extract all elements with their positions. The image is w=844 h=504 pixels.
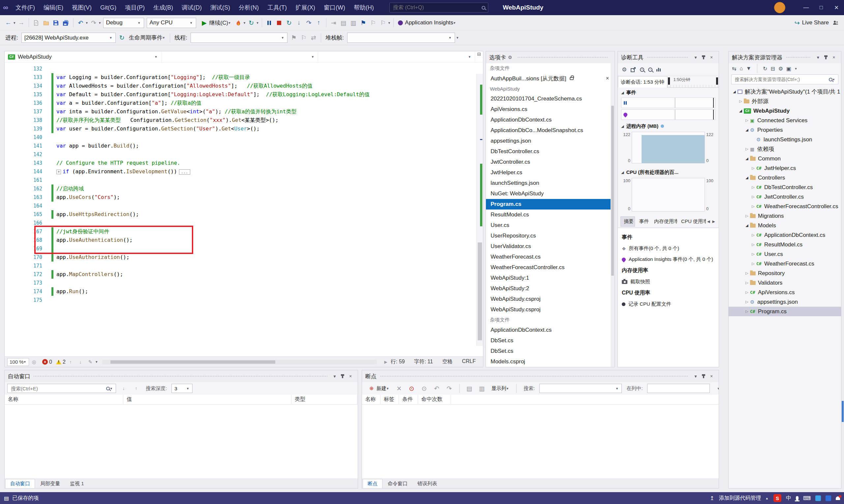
tree-expander-icon[interactable]: ▷: [744, 214, 750, 218]
menu-item-2[interactable]: 视图(V): [68, 0, 96, 15]
close-icon[interactable]: ×: [605, 75, 610, 82]
tree-expander-icon[interactable]: ◢: [744, 176, 750, 180]
pin-icon[interactable]: [825, 56, 827, 59]
document-tab-item[interactable]: User.cs: [486, 220, 615, 231]
continue-button[interactable]: ▶ 继续(C)▾: [197, 17, 234, 28]
diagnostics-tab-2[interactable]: 内存使用率: [651, 217, 677, 226]
solution-search-input[interactable]: [734, 76, 829, 82]
tree-expander-icon[interactable]: ▷: [750, 185, 756, 190]
code-cleanup-icon[interactable]: ✎: [86, 356, 95, 367]
maximize-button[interactable]: □: [814, 0, 829, 15]
restart-debug-icon[interactable]: ↻: [285, 17, 294, 28]
code-line-140[interactable]: 140: [5, 133, 483, 142]
chevron-up-icon[interactable]: ▴: [766, 496, 768, 500]
tabs-scrollbar[interactable]: [610, 63, 615, 367]
uncomment-icon[interactable]: ▥: [349, 17, 358, 28]
column-header-2[interactable]: 条件: [399, 395, 418, 404]
menu-item-12[interactable]: 帮助(H): [349, 0, 378, 15]
code-line-170[interactable]: 170app.UseAuthorization();: [5, 253, 483, 262]
document-tab-item[interactable]: WeatherForecast.cs: [486, 252, 615, 262]
tree-item[interactable]: ▷▣Connected Services: [729, 115, 841, 125]
toolbar-overflow-icon[interactable]: ▾: [457, 36, 459, 40]
flag-outline-icon[interactable]: ⚐: [299, 32, 308, 43]
code-line-165[interactable]: 165app.UseHttpsRedirection();: [5, 210, 483, 219]
code-line-139[interactable]: 139var user = builder.Configuration.GetS…: [5, 125, 483, 133]
code-line-144[interactable]: 144+if (app.Environment.IsDevelopment())…: [5, 167, 483, 176]
menu-item-8[interactable]: 分析(N): [235, 0, 263, 15]
navigate-forward-icon[interactable]: →: [17, 17, 26, 28]
project-dropdown[interactable]: C# WebApiStudy ▾: [5, 51, 161, 62]
collapse-all-icon[interactable]: ⊟: [771, 66, 775, 72]
tree-item[interactable]: ▷外部源: [729, 96, 841, 106]
tree-item[interactable]: ▷▦依赖项: [729, 144, 841, 154]
cpu-section-header[interactable]: ◢ CPU (所有处理器的百...: [618, 167, 719, 177]
tree-expander-icon[interactable]: ▷: [750, 233, 756, 237]
document-tab-item[interactable]: DbSet.cs: [486, 346, 615, 356]
bp-incolumn-box[interactable]: ▾: [647, 384, 710, 393]
gear-icon[interactable]: ⚙: [506, 55, 514, 60]
autos-body[interactable]: [5, 404, 358, 478]
code-line-164[interactable]: 164: [5, 202, 483, 210]
document-tab-item[interactable]: JwtController.cs: [486, 157, 615, 167]
app-tile2-icon[interactable]: [826, 496, 831, 501]
document-tab-item[interactable]: launchSettings.json: [486, 178, 615, 188]
new-file-icon[interactable]: [32, 17, 41, 28]
scrollbar-thumb[interactable]: [842, 401, 844, 422]
tree-expander-icon[interactable]: ▷: [750, 166, 756, 170]
lifecycle-icon[interactable]: ↻: [117, 32, 126, 43]
redo-icon[interactable]: ↷: [89, 17, 98, 28]
tree-item[interactable]: ▷Validators: [729, 278, 841, 288]
column-header-2[interactable]: 类型: [291, 395, 357, 404]
tree-item[interactable]: ▷C#ApplicationDbContext.cs: [729, 230, 841, 240]
menu-item-10[interactable]: 扩展(X): [291, 0, 320, 15]
bp-search-input-box[interactable]: ▾: [539, 384, 622, 393]
document-tab-item[interactable]: ResultModel.cs: [486, 210, 615, 220]
lifecycle-events-button[interactable]: 生命周期事件▾: [127, 32, 168, 43]
document-tab-item[interactable]: DbSet.cs: [486, 335, 615, 346]
scrollbar-thumb[interactable]: [478, 242, 482, 340]
document-tab-item[interactable]: Models.csproj: [486, 356, 615, 367]
search-up-icon[interactable]: ↑: [132, 383, 141, 394]
events-section-header[interactable]: ◢ 事件: [618, 88, 719, 97]
bp-incolumn-input[interactable]: [650, 385, 717, 392]
goto-line-icon[interactable]: ⇥: [329, 17, 338, 28]
code-line-141[interactable]: 141var app = builder.Build();: [5, 142, 483, 150]
depth-combo[interactable]: 3▾: [171, 384, 192, 393]
menu-item-7[interactable]: 测试(S): [206, 0, 235, 15]
ai-events-track[interactable]: [621, 109, 716, 120]
export-icon[interactable]: ↷: [445, 383, 454, 394]
bp-search-input[interactable]: [542, 385, 616, 392]
code-line-162[interactable]: 162//启动跨域: [5, 184, 483, 193]
tree-expander-icon[interactable]: ◢: [731, 90, 738, 94]
document-tab-item[interactable]: JwtHelper.cs: [486, 167, 615, 178]
tree-expander-icon[interactable]: ▷: [750, 242, 756, 247]
prev-bookmark-icon[interactable]: ⚐: [368, 17, 378, 28]
menu-item-11[interactable]: 窗口(W): [320, 0, 349, 15]
notification-bell-icon[interactable]: [836, 497, 840, 500]
tree-expander-icon[interactable]: ▷: [750, 204, 756, 209]
tree-expander-icon[interactable]: ▷: [750, 195, 756, 199]
code-area[interactable]: 132133var Logging = builder.Configuratio…: [5, 62, 483, 356]
live-share-button[interactable]: ↪ Live Share: [790, 17, 831, 28]
pin-icon[interactable]: [703, 375, 704, 378]
stop-debug-icon[interactable]: [275, 17, 284, 28]
tree-expander-icon[interactable]: ▷: [744, 147, 750, 151]
tree-item[interactable]: ▷C#JwtController.cs: [729, 192, 841, 202]
menu-item-4[interactable]: 项目(P): [121, 0, 149, 15]
tree-expander-icon[interactable]: ▷: [744, 271, 750, 275]
tree-expander-icon[interactable]: ▷: [750, 252, 756, 256]
step-out-icon[interactable]: ↑: [314, 17, 323, 28]
tree-item[interactable]: ◢⚙Properties: [729, 125, 841, 135]
tree-item[interactable]: ▷Migrations: [729, 211, 841, 221]
code-line-136[interactable]: 136var a = builder.Configuration["a"]; /…: [5, 99, 483, 107]
next-bookmark-icon[interactable]: ⚐: [378, 17, 388, 28]
break-all-icon[interactable]: [265, 17, 274, 28]
process-combo[interactable]: [26628] WebApiStudy.exe▾: [21, 33, 116, 43]
flag-icon[interactable]: ⚑: [289, 32, 298, 43]
preview-selected-icon[interactable]: ▣: [786, 66, 791, 72]
export-icon[interactable]: [631, 67, 636, 72]
columns-alt-icon[interactable]: ▥: [477, 383, 487, 394]
toolbar-overflow-icon[interactable]: ▾: [795, 67, 797, 71]
code-line-142[interactable]: 142: [5, 150, 483, 159]
tree-item[interactable]: ▷C#WeatherForecastController.cs: [729, 202, 841, 211]
